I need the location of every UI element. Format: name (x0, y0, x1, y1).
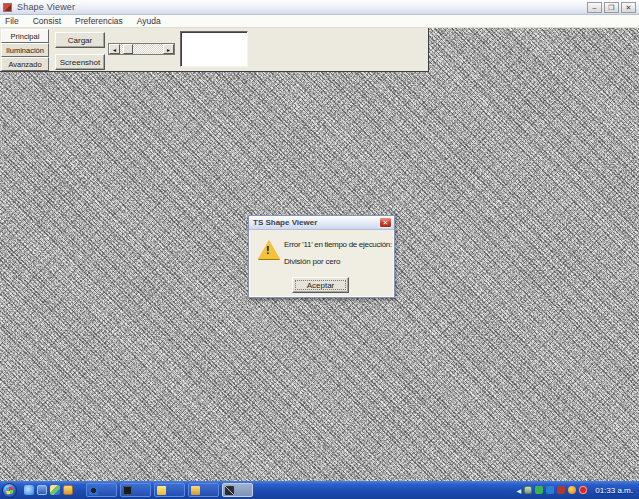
warning-exclamation-icon: ! (266, 244, 270, 256)
window-controls: – ❐ ✕ (587, 2, 636, 13)
tab-avanzado[interactable]: Avanzado (1, 57, 49, 71)
taskbar: ◀ 01:33 a.m. (0, 481, 639, 499)
tray-update-icon[interactable] (568, 486, 576, 494)
tray-antivirus-icon[interactable] (579, 486, 587, 494)
quick-launch (24, 485, 73, 495)
horizontal-scrollbar[interactable]: ◄ ► (108, 43, 175, 55)
error-dialog: TS Shape Viewer ✕ ! Error '11' en tiempo… (248, 215, 395, 298)
titlebar: Shape Viewer – ❐ ✕ (0, 0, 639, 15)
menubar: File Consist Preferencias Ayuda (0, 15, 639, 28)
task-button-3[interactable] (154, 483, 185, 497)
tray-volume-icon[interactable] (557, 486, 565, 494)
task-app-icon (191, 486, 200, 495)
tab-iluminacion[interactable]: Iluminación (1, 43, 49, 57)
quicklaunch-folder-icon[interactable] (63, 485, 73, 495)
quicklaunch-window-icon[interactable] (37, 485, 47, 495)
desktop-screen: Shape Viewer – ❐ ✕ File Consist Preferen… (0, 0, 639, 499)
window-title: Shape Viewer (17, 2, 75, 12)
dialog-titlebar[interactable]: TS Shape Viewer ✕ (249, 216, 394, 230)
dialog-body: ! Error '11' en tiempo de ejecución: Div… (249, 230, 394, 298)
error-message-line2: División por cero (284, 257, 340, 266)
task-button-1[interactable] (86, 483, 117, 497)
menu-item-file[interactable]: File (5, 16, 19, 26)
windows-flag-icon (6, 486, 14, 494)
toolbar-panel: Principal Iluminación Avanzado Cargar Sc… (0, 28, 429, 72)
error-message-line1: Error '11' en tiempo de ejecución: (284, 240, 392, 249)
menu-item-preferences[interactable]: Preferencias (75, 16, 123, 26)
scroll-right-arrow-icon[interactable]: ► (163, 44, 174, 54)
app-icon (3, 3, 12, 12)
dialog-title: TS Shape Viewer (253, 218, 379, 227)
tab-column: Principal Iluminación Avanzado (1, 29, 49, 71)
task-app-icon (157, 486, 166, 495)
minimize-button[interactable]: – (587, 2, 602, 13)
menu-item-consist[interactable]: Consist (33, 16, 61, 26)
tab-principal[interactable]: Principal (1, 29, 49, 43)
start-button[interactable] (2, 483, 17, 498)
quicklaunch-browser-icon[interactable] (24, 485, 34, 495)
load-button[interactable]: Cargar (55, 32, 105, 48)
screenshot-button[interactable]: Screenshot (55, 54, 105, 70)
shape-listbox[interactable] (180, 31, 248, 67)
task-app-icon (89, 486, 98, 495)
system-tray: ◀ 01:33 a.m. (517, 486, 637, 495)
task-app-icon (123, 486, 132, 495)
scroll-left-arrow-icon[interactable]: ◄ (109, 44, 120, 54)
tray-display-icon[interactable] (524, 486, 532, 494)
shape-viewer-icon (225, 486, 234, 495)
menu-item-help[interactable]: Ayuda (137, 16, 161, 26)
tray-chevron-icon[interactable]: ◀ (517, 487, 522, 494)
task-buttons (86, 483, 253, 497)
close-button[interactable]: ✕ (621, 2, 636, 13)
scrollbar-thumb[interactable] (123, 44, 133, 54)
quicklaunch-pictures-icon[interactable] (50, 485, 60, 495)
tray-network-icon[interactable] (535, 486, 543, 494)
accept-button[interactable]: Aceptar (292, 277, 349, 293)
task-button-2[interactable] (120, 483, 151, 497)
tray-messenger-icon[interactable] (546, 486, 554, 494)
task-button-shape-viewer[interactable] (222, 483, 253, 497)
task-button-4[interactable] (188, 483, 219, 497)
restore-button[interactable]: ❐ (604, 2, 619, 13)
taskbar-clock[interactable]: 01:33 a.m. (595, 486, 633, 495)
dialog-close-button[interactable]: ✕ (379, 217, 392, 228)
